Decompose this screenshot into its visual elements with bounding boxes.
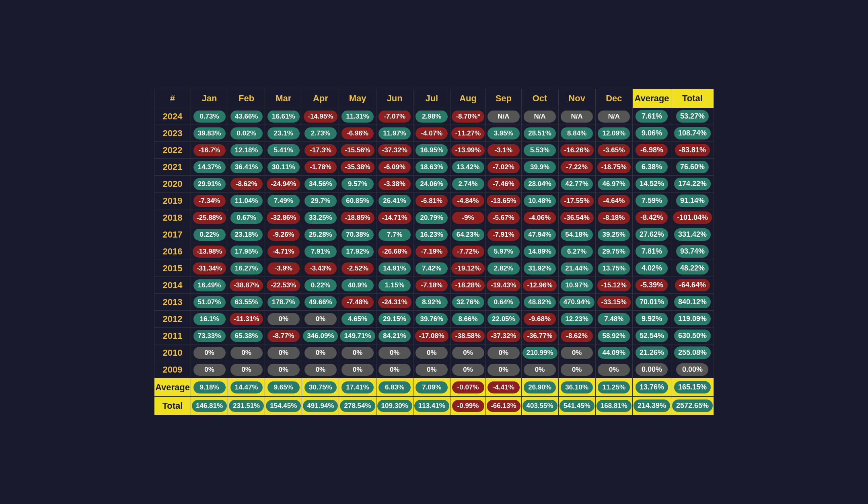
year-label: 2020 <box>154 176 191 193</box>
month-cell: 14.89% <box>521 243 558 260</box>
month-cell: -17.08% <box>413 328 450 344</box>
footer-avg-cell: 7.09% <box>413 378 450 397</box>
month-cell: -4.64% <box>595 193 632 209</box>
month-cell: 4.65% <box>339 311 376 328</box>
month-cell: 43.66% <box>228 108 265 125</box>
month-cell: 23.18% <box>228 226 265 243</box>
avg-cell: 4.02% <box>632 260 671 277</box>
footer-total-cell: 278.54% <box>339 397 376 415</box>
month-cell: -6.96% <box>339 125 376 142</box>
header-col-jul: Jul <box>413 89 450 108</box>
month-cell: -25.88% <box>191 209 228 226</box>
table-row: 2018-25.88%0.67%-32.86%33.25%-18.85%-14.… <box>154 209 714 226</box>
year-label: 2021 <box>154 159 191 176</box>
header-col-average: Average <box>632 89 671 108</box>
month-cell: -17.55% <box>558 193 595 209</box>
total-cell: -83.81% <box>671 142 714 159</box>
header-col-dec: Dec <box>595 89 632 108</box>
year-label: 2019 <box>154 193 191 209</box>
total-cell: 630.50% <box>671 328 714 344</box>
month-cell: -15.12% <box>595 277 632 294</box>
month-cell: 149.71% <box>339 328 376 344</box>
footer-total-cell: 168.81% <box>595 397 632 415</box>
month-cell: -18.28% <box>450 277 485 294</box>
avg-cell: 9.92% <box>632 311 671 328</box>
month-cell: 8.92% <box>413 294 450 311</box>
month-cell: 10.97% <box>558 277 595 294</box>
total-cell: 0.00% <box>671 361 714 378</box>
month-cell: 29.7% <box>302 193 339 209</box>
month-cell: -11.27% <box>450 125 485 142</box>
month-cell: 16.49% <box>191 277 228 294</box>
footer-total-cell: 403.55% <box>521 397 558 415</box>
month-cell: 39.83% <box>191 125 228 142</box>
table-row: 202029.91%-8.62%-24.94%34.56%9.57%-3.38%… <box>154 176 714 193</box>
month-cell: 34.56% <box>302 176 339 193</box>
avg-cell: 27.62% <box>632 226 671 243</box>
month-cell: 24.06% <box>413 176 450 193</box>
month-cell: 0.22% <box>191 226 228 243</box>
month-cell: 0% <box>228 361 265 378</box>
month-cell: -36.77% <box>521 328 558 344</box>
month-cell: 17.95% <box>228 243 265 260</box>
year-label: 2012 <box>154 311 191 328</box>
month-cell: 0% <box>265 361 302 378</box>
month-cell: 0.64% <box>486 294 521 311</box>
footer-total-label: Total <box>154 397 191 415</box>
total-cell: 108.74% <box>671 125 714 142</box>
month-cell: -8.77% <box>265 328 302 344</box>
month-cell: N/A <box>595 108 632 125</box>
header-col-apr: Apr <box>302 89 339 108</box>
table-row: 2015-31.34%16.27%-3.9%-3.43%-2.52%14.91%… <box>154 260 714 277</box>
month-cell: -3.1% <box>486 142 521 159</box>
footer-avg-cell: 11.25% <box>595 378 632 397</box>
avg-cell: 21.26% <box>632 344 671 361</box>
month-cell: -7.19% <box>413 243 450 260</box>
month-cell: 70.38% <box>339 226 376 243</box>
month-cell: -32.86% <box>265 209 302 226</box>
avg-cell: -5.39% <box>632 277 671 294</box>
month-cell: 12.09% <box>595 125 632 142</box>
month-cell: -3.38% <box>376 176 413 193</box>
month-cell: 16.95% <box>413 142 450 159</box>
month-cell: 14.37% <box>191 159 228 176</box>
month-cell: -7.18% <box>413 277 450 294</box>
footer-avg-label: Average <box>154 378 191 397</box>
month-cell: -19.43% <box>486 277 521 294</box>
month-cell: -12.96% <box>521 277 558 294</box>
month-cell: 32.76% <box>450 294 485 311</box>
month-cell: 7.7% <box>376 226 413 243</box>
year-label: 2013 <box>154 294 191 311</box>
table-row: 20100%0%0%0%0%0%0%0%0%210.99%0%44.09%21.… <box>154 344 714 361</box>
month-cell: -36.54% <box>558 209 595 226</box>
month-cell: 0% <box>486 344 521 361</box>
month-cell: 0% <box>413 344 450 361</box>
month-cell: 3.95% <box>486 125 521 142</box>
month-cell: 22.05% <box>486 311 521 328</box>
month-cell: 0% <box>302 361 339 378</box>
year-label: 2018 <box>154 209 191 226</box>
month-cell: -31.34% <box>191 260 228 277</box>
year-label: 2014 <box>154 277 191 294</box>
month-cell: 46.97% <box>595 176 632 193</box>
month-cell: 60.85% <box>339 193 376 209</box>
footer-total-total: 2572.65% <box>671 397 714 415</box>
avg-cell: 0.00% <box>632 361 671 378</box>
month-cell: 84.21% <box>376 328 413 344</box>
month-cell: -9% <box>450 209 485 226</box>
month-cell: -13.99% <box>450 142 485 159</box>
month-cell: 0% <box>558 344 595 361</box>
table-row: 20240.73%43.66%16.61%-14.95%11.31%-7.07%… <box>154 108 714 125</box>
month-cell: 5.97% <box>486 243 521 260</box>
month-cell: 0% <box>265 311 302 328</box>
month-cell: 0% <box>376 361 413 378</box>
footer-avg-cell: 9.65% <box>265 378 302 397</box>
footer-total-cell: 113.41% <box>413 397 450 415</box>
table-row: 202339.83%0.02%23.1%2.73%-6.96%11.97%-4.… <box>154 125 714 142</box>
month-cell: 29.75% <box>595 243 632 260</box>
month-cell: 0% <box>228 344 265 361</box>
year-label: 2024 <box>154 108 191 125</box>
month-cell: 346.09% <box>302 328 339 344</box>
month-cell: -3.9% <box>265 260 302 277</box>
table-row: 20090%0%0%0%0%0%0%0%0%0%0%0%0.00%0.00% <box>154 361 714 378</box>
